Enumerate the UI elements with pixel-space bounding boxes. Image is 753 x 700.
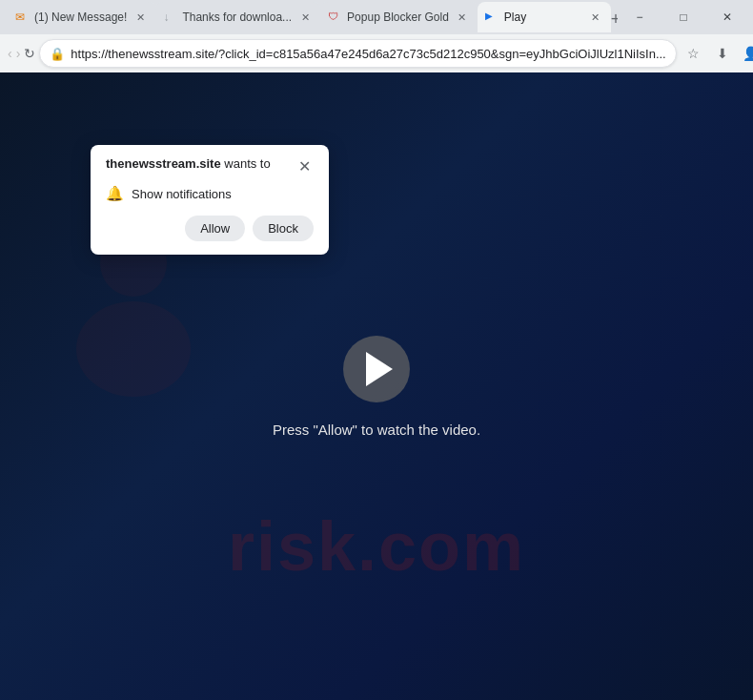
popup-header: thenewsstream.site wants to ✕ xyxy=(106,156,314,175)
popup-buttons: Allow Block xyxy=(106,216,314,241)
address-bar[interactable]: 🔒 https://thenewsstream.site/?click_id=c… xyxy=(39,39,676,68)
allow-button[interactable]: Allow xyxy=(185,216,245,241)
tab-play[interactable]: ▶ Play ✕ xyxy=(478,2,611,32)
tab-thanks-download[interactable]: ↓ Thanks for downloa... ✕ xyxy=(155,2,320,32)
popup-title-text: wants to xyxy=(221,156,271,171)
tab4-close-button[interactable]: ✕ xyxy=(588,10,603,25)
url-text: https://thenewsstream.site/?click_id=c81… xyxy=(71,47,665,61)
profile-button[interactable]: 👤 xyxy=(738,40,753,67)
play-triangle-icon xyxy=(366,352,393,386)
site-security-icon: 🔒 xyxy=(50,47,65,61)
watermark-text: risk.com xyxy=(228,507,525,586)
popup-close-button[interactable]: ✕ xyxy=(295,156,314,175)
tab1-close-button[interactable]: ✕ xyxy=(132,10,148,25)
tab4-title: Play xyxy=(504,10,582,24)
tab3-close-button[interactable]: ✕ xyxy=(455,10,470,25)
maximize-button[interactable]: □ xyxy=(661,0,705,34)
forward-button[interactable]: › xyxy=(16,40,21,67)
browser-chrome: ✉ (1) New Message! ✕ ↓ Thanks for downlo… xyxy=(0,0,753,72)
download-button[interactable]: ⬇ xyxy=(709,40,736,67)
tab3-favicon: 🛡 xyxy=(328,10,341,24)
window-controls: − □ ✕ xyxy=(618,0,749,34)
svg-point-1 xyxy=(76,301,191,397)
reload-button[interactable]: ↻ xyxy=(24,40,35,67)
bell-icon: 🔔 xyxy=(106,185,124,202)
notification-item: 🔔 Show notifications xyxy=(106,185,314,202)
popup-title: thenewsstream.site wants to xyxy=(106,156,271,173)
close-button[interactable]: ✕ xyxy=(705,0,749,34)
block-button[interactable]: Block xyxy=(253,216,314,241)
press-allow-text: Press "Allow" to watch the video. xyxy=(273,422,480,438)
tab1-title: (1) New Message! xyxy=(34,10,127,24)
tab4-favicon: ▶ xyxy=(485,10,499,24)
tab-bar: ✉ (1) New Message! ✕ ↓ Thanks for downlo… xyxy=(0,0,753,34)
page-content: risk.com Press "Allow" to watch the vide… xyxy=(0,72,753,700)
tab1-favicon: ✉ xyxy=(15,10,29,24)
tab-new-message[interactable]: ✉ (1) New Message! ✕ xyxy=(8,2,155,32)
minimize-button[interactable]: − xyxy=(618,0,661,34)
tab-popup-blocker[interactable]: 🛡 Popup Blocker Gold ✕ xyxy=(320,2,478,32)
tab-bar-inner: ✉ (1) New Message! ✕ ↓ Thanks for downlo… xyxy=(8,2,618,32)
tab2-favicon: ↓ xyxy=(163,10,176,24)
new-tab-button[interactable]: + xyxy=(611,6,618,32)
play-button[interactable] xyxy=(343,336,410,402)
tab2-close-button[interactable]: ✕ xyxy=(297,10,313,25)
address-bar-actions: ☆ ⬇ 👤 ⋮ xyxy=(681,40,753,67)
bookmark-button[interactable]: ☆ xyxy=(681,40,707,67)
tab2-title: Thanks for downloa... xyxy=(182,10,292,24)
address-bar-row: ‹ › ↻ 🔒 https://thenewsstream.site/?clic… xyxy=(0,34,753,72)
back-button[interactable]: ‹ xyxy=(8,40,12,67)
popup-site-name: thenewsstream.site xyxy=(106,156,221,171)
tab3-title: Popup Blocker Gold xyxy=(347,10,449,24)
notification-label: Show notifications xyxy=(132,187,232,201)
notification-popup: thenewsstream.site wants to ✕ 🔔 Show not… xyxy=(91,145,329,255)
